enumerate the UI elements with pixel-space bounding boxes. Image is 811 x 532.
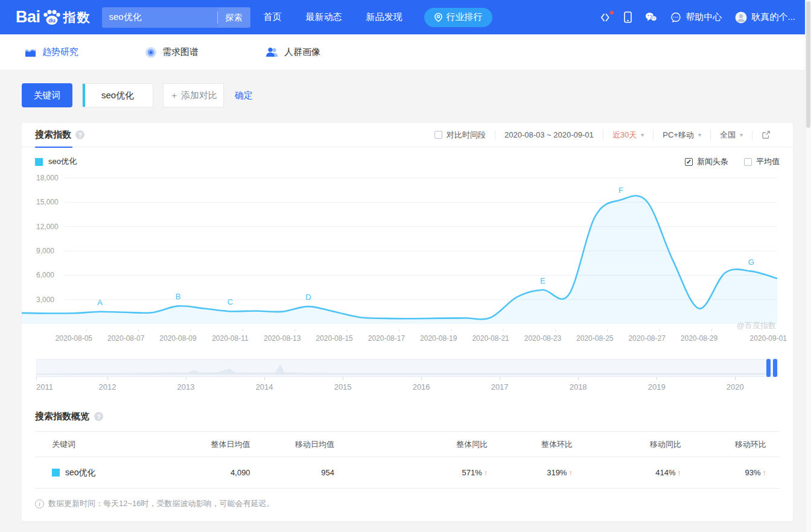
trend-line-chart: 3,0006,0009,00012,00015,00018,0002020-08… bbox=[22, 169, 793, 352]
scrollbar-thumb[interactable] bbox=[806, 1, 810, 128]
year-label: 2019 bbox=[648, 382, 666, 391]
data-update-note: i 数据更新时间：每天12~16时，受数据波动影响，可能会有延迟。 bbox=[35, 498, 780, 509]
chevron-down-icon: ▾ bbox=[641, 131, 644, 138]
card-header: 搜索指数 ? 对比时间段 2020-08-03 ~ 2020-09-01 近30… bbox=[22, 123, 793, 147]
search-input[interactable] bbox=[102, 12, 217, 22]
nav-home[interactable]: 首页 bbox=[264, 11, 282, 23]
mobile-app-icon[interactable] bbox=[624, 11, 632, 23]
svg-text:G: G bbox=[748, 258, 754, 267]
timeline-minimap bbox=[37, 359, 778, 376]
compare-period-toggle[interactable]: 对比时间段 bbox=[425, 130, 495, 141]
svg-text:6,000: 6,000 bbox=[36, 271, 54, 279]
main-nav: 首页 最新动态 新品发现 bbox=[264, 11, 402, 23]
keyword-type-button[interactable]: 关键词 bbox=[22, 83, 72, 107]
tab-persona[interactable]: 人群画像 bbox=[266, 46, 386, 58]
year-tick bbox=[264, 377, 265, 380]
sub-nav: 趋势研究 需求图谱 人群画像 bbox=[0, 34, 811, 71]
row-mobile-mom: 93%↑ bbox=[681, 457, 780, 489]
baidu-index-logo[interactable]: Bai du 指数 bbox=[16, 8, 91, 27]
keyword-chip[interactable]: seo优化 bbox=[82, 83, 153, 107]
search-box[interactable]: 探索 bbox=[102, 7, 250, 28]
row-mobile-daily: 954 bbox=[250, 457, 334, 489]
search-index-card: 搜索指数 ? 对比时间段 2020-08-03 ~ 2020-09-01 近30… bbox=[22, 123, 793, 521]
series-legend[interactable]: seo优化 bbox=[35, 156, 77, 167]
period-dropdown[interactable]: 近30天 ▾ bbox=[603, 130, 654, 141]
help-icon[interactable]: ? bbox=[94, 412, 103, 421]
row-overall-mom: 319%↑ bbox=[488, 457, 573, 489]
table-header-row: 关键词 整体日均值 移动日均值 整体同比 整体环比 移动同比 移动环比 bbox=[35, 432, 780, 457]
compare-period-checkbox[interactable] bbox=[434, 131, 442, 139]
year-label: 2012 bbox=[99, 382, 116, 391]
row-keyword: seo优化 bbox=[52, 467, 162, 478]
export-button[interactable] bbox=[752, 130, 780, 139]
nav-latest-news[interactable]: 最新动态 bbox=[306, 11, 342, 23]
row-overall-daily: 4,090 bbox=[162, 457, 250, 489]
slider-handle-right[interactable] bbox=[773, 359, 777, 377]
device-value: PC+移动 bbox=[663, 130, 694, 141]
header-right: 帮助中心 耿真的个... bbox=[600, 11, 795, 24]
svg-text:F: F bbox=[619, 186, 623, 195]
news-headline-label: 新闻头条 bbox=[697, 156, 728, 167]
year-tick bbox=[578, 377, 579, 380]
avatar-icon bbox=[735, 11, 747, 24]
legend-row: seo优化 ✓ 新闻头条 平均值 bbox=[22, 147, 793, 168]
date-range-picker[interactable]: 2020-08-03 ~ 2020-09-01 bbox=[495, 130, 603, 139]
tab-trend-research[interactable]: 趋势研究 bbox=[24, 46, 145, 58]
svg-text:2020-08-17: 2020-08-17 bbox=[368, 334, 406, 343]
svg-text:A: A bbox=[97, 298, 103, 307]
overlay-toggles: ✓ 新闻头条 平均值 bbox=[685, 156, 780, 167]
svg-text:2020-08-05: 2020-08-05 bbox=[56, 334, 93, 343]
year-tick bbox=[36, 377, 37, 380]
svg-text:D: D bbox=[305, 293, 311, 302]
col-overall-yoy: 整体同比 bbox=[334, 432, 488, 457]
year-tick bbox=[500, 377, 500, 380]
news-headline-checkbox[interactable]: ✓ bbox=[685, 158, 693, 166]
region-dropdown[interactable]: 全国 ▾ bbox=[710, 130, 752, 141]
api-brackets-icon[interactable] bbox=[600, 13, 611, 22]
search-button[interactable]: 探索 bbox=[218, 7, 250, 28]
trend-chart[interactable]: 3,0006,0009,00012,00015,00018,0002020-08… bbox=[22, 169, 793, 352]
help-icon[interactable]: ? bbox=[75, 130, 84, 139]
help-center[interactable]: 帮助中心 bbox=[670, 11, 722, 23]
svg-text:2020-08-19: 2020-08-19 bbox=[420, 334, 457, 343]
page-scrollbar[interactable] bbox=[805, 0, 811, 532]
row-keyword-label: seo优化 bbox=[65, 467, 96, 478]
slider-handle-left[interactable] bbox=[766, 359, 771, 377]
col-overall-daily: 整体日均值 bbox=[162, 432, 250, 457]
average-toggle[interactable]: 平均值 bbox=[744, 156, 780, 167]
industry-ranking-button[interactable]: 行业排行 bbox=[424, 8, 492, 27]
date-range-value: 2020-08-03 ~ 2020-09-01 bbox=[504, 130, 594, 139]
logo-text-bai: Bai bbox=[16, 8, 40, 27]
confirm-button[interactable]: 确定 bbox=[235, 90, 253, 101]
add-compare-button[interactable]: ＋ 添加对比 bbox=[163, 83, 224, 107]
svg-text:C: C bbox=[227, 297, 233, 306]
tab-search-index[interactable]: 搜索指数 ? bbox=[35, 123, 84, 147]
series-label: seo优化 bbox=[48, 156, 77, 167]
average-checkbox[interactable] bbox=[744, 158, 752, 166]
news-headline-toggle[interactable]: ✓ 新闻头条 bbox=[685, 156, 728, 167]
nav-new-products[interactable]: 新品发现 bbox=[366, 11, 402, 23]
svg-text:9,000: 9,000 bbox=[36, 247, 54, 255]
svg-text:2020-08-23: 2020-08-23 bbox=[524, 334, 562, 343]
svg-text:2020-08-25: 2020-08-25 bbox=[576, 334, 614, 343]
year-label: 2013 bbox=[177, 382, 195, 391]
svg-text:12,000: 12,000 bbox=[36, 223, 59, 231]
up-arrow-icon: ↑ bbox=[484, 468, 488, 477]
col-keyword: 关键词 bbox=[35, 432, 162, 457]
table-row: seo优化 4,090 954 571%↑ 319%↑ 414%↑ 93%↑ bbox=[35, 457, 780, 489]
compare-period-label: 对比时间段 bbox=[447, 130, 486, 141]
timeline-slider[interactable] bbox=[36, 359, 778, 377]
row-overall-yoy: 571%↑ bbox=[334, 457, 488, 489]
user-account[interactable]: 耿真的个... bbox=[735, 11, 795, 24]
year-label: 2014 bbox=[256, 382, 273, 391]
col-overall-mom: 整体环比 bbox=[488, 432, 573, 457]
tab-demand-graph[interactable]: 需求图谱 bbox=[145, 46, 266, 59]
overview-header: 搜索指数概览 ? bbox=[22, 395, 793, 422]
svg-text:2020-08-15: 2020-08-15 bbox=[316, 334, 353, 343]
device-dropdown[interactable]: PC+移动 ▾ bbox=[653, 130, 710, 141]
col-mobile-mom: 移动环比 bbox=[681, 432, 780, 457]
pin-icon bbox=[434, 13, 443, 22]
help-chat-icon bbox=[670, 12, 681, 23]
timeline-years: 2011201220132014201520162017201820192020 bbox=[36, 377, 778, 395]
wechat-icon[interactable] bbox=[645, 12, 657, 22]
